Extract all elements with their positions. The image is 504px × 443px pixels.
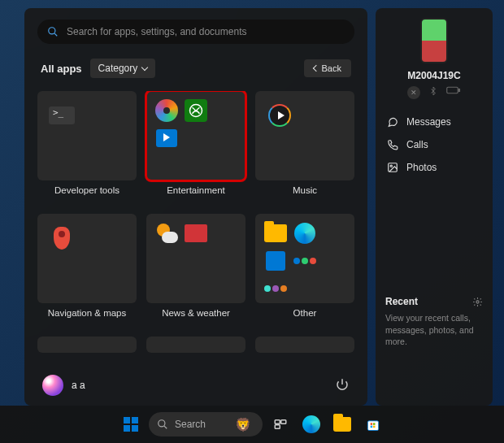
power-button[interactable] [335,377,350,394]
app-blue-icon [263,248,289,274]
paint-icon [154,98,180,124]
side-item-label: Photos [406,162,437,173]
phone-messages[interactable]: Messages [385,111,483,133]
category-other[interactable]: Other [255,214,354,327]
terminal-icon [49,102,75,128]
recent-header: Recent [385,296,418,307]
svg-point-6 [390,165,392,167]
svg-rect-12 [275,425,280,429]
category-entertainment[interactable]: Entertainment [146,91,245,204]
task-view-icon [273,417,288,432]
svg-point-7 [476,301,479,303]
svg-line-1 [54,33,57,36]
svg-rect-4 [458,89,460,92]
media-player-icon [267,102,293,128]
svg-rect-13 [367,421,378,431]
category-label: Category [98,63,138,74]
category-partial[interactable] [146,337,245,362]
chevron-left-icon [312,65,319,72]
explorer-icon [263,220,289,246]
taskbar-task-view[interactable] [267,411,293,437]
svg-rect-17 [373,426,376,428]
svg-rect-10 [275,420,280,424]
xbox-icon [183,98,209,124]
search-icon [47,26,59,37]
svg-rect-11 [281,420,286,424]
edge-icon [292,220,318,246]
svg-point-0 [49,28,55,34]
weather-icon [154,220,180,246]
category-partial[interactable] [37,337,137,362]
search-placeholder: Search for apps, settings, and documents [67,26,246,37]
news-icon [183,220,209,246]
category-news-weather[interactable]: News & weather [146,214,245,327]
folder-icon [333,417,351,432]
photos-icon [387,162,398,173]
windows-logo-icon [124,417,138,432]
side-item-label: Calls [406,139,428,150]
sort-category-button[interactable]: Category [90,59,156,78]
edge-icon [302,415,320,433]
phone-calls[interactable]: Calls [385,133,483,156]
category-developer-tools[interactable]: Developer tools [37,91,137,204]
back-label: Back [322,63,341,73]
taskbar-edge[interactable] [298,411,324,437]
settings-icon[interactable] [472,297,483,307]
device-status-row: ✕ [385,86,483,99]
taskbar-search[interactable]: Search 🦁 [149,412,263,436]
user-name[interactable]: a a [72,380,85,391]
search-highlight-icon: 🦁 [235,417,251,432]
category-label: News & weather [146,308,245,318]
apps-header: All apps Category Back [37,59,354,78]
start-menu-panel: Search for apps, settings, and documents… [24,8,367,406]
start-button[interactable] [118,411,144,437]
search-input[interactable]: Search for apps, settings, and documents [37,20,354,44]
svg-line-9 [164,426,167,428]
all-apps-label: All apps [41,63,82,75]
category-label: Navigation & maps [37,308,137,318]
phone-link-panel: M2004J19C ✕ Messages Calls Photos Recent [376,8,493,406]
taskbar-store[interactable] [360,411,386,437]
back-button[interactable]: Back [304,59,351,77]
message-icon [387,116,398,128]
recent-text: View your recent calls, messages, photos… [385,312,483,347]
dnd-icon[interactable]: ✕ [407,86,420,99]
bluetooth-icon[interactable] [428,86,438,99]
category-label: Music [255,185,354,195]
category-label: Other [255,308,354,318]
app-multi-icon [292,248,318,274]
category-label: Entertainment [146,185,245,195]
category-partial[interactable] [255,337,354,362]
taskbar-explorer[interactable] [329,411,355,437]
store-icon [365,416,381,432]
maps-pin-icon [49,225,75,251]
svg-rect-14 [371,423,373,425]
side-item-label: Messages [406,116,451,128]
device-name: M2004J19C [385,70,483,81]
svg-point-8 [159,420,165,427]
svg-rect-15 [373,423,376,425]
chevron-down-icon [141,63,148,70]
app-dots-icon [263,276,289,302]
category-grid: Developer tools Entertainment Music [37,91,354,362]
taskbar-search-label: Search [175,419,206,430]
svg-rect-3 [447,87,458,93]
phone-photos[interactable]: Photos [385,156,483,179]
search-icon [157,419,168,430]
battery-icon[interactable] [446,86,461,99]
category-label: Developer tools [37,185,137,195]
user-row: a a [37,367,354,406]
category-navigation-maps[interactable]: Navigation & maps [37,214,137,327]
svg-rect-16 [371,426,373,428]
movies-icon [154,125,180,151]
device-thumbnail[interactable] [420,18,448,63]
user-avatar[interactable] [42,375,63,396]
phone-icon [387,139,398,150]
taskbar: Search 🦁 [0,406,504,443]
category-music[interactable]: Music [255,91,354,204]
